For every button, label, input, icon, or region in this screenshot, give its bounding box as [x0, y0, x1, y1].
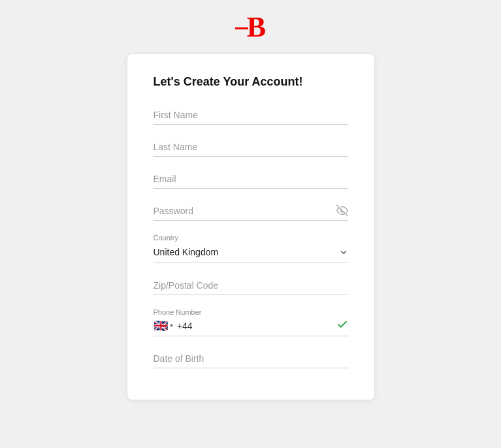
logo-container: B	[235, 13, 266, 42]
last-name-group	[154, 138, 348, 157]
country-group: Country United Kingdom United States Can…	[154, 234, 348, 263]
last-name-input[interactable]	[154, 138, 348, 157]
first-name-group	[154, 106, 348, 125]
signup-card: Let's Create Your Account! Country Unite…	[127, 54, 375, 400]
phone-separator: •	[170, 321, 173, 330]
phone-group: Phone Number 🇬🇧 • +44	[154, 308, 348, 336]
phone-flag: 🇬🇧	[154, 320, 168, 332]
brand-logo: B	[235, 13, 266, 42]
dob-group	[154, 349, 348, 368]
zip-input[interactable]	[154, 276, 348, 295]
dob-input[interactable]	[154, 349, 348, 368]
country-select[interactable]: United Kingdom United States Canada Aust…	[154, 244, 348, 259]
password-group	[154, 202, 348, 221]
zip-group	[154, 276, 348, 295]
email-group	[154, 170, 348, 189]
password-toggle-icon[interactable]	[336, 204, 348, 218]
page-title: Let's Create Your Account!	[154, 75, 348, 89]
phone-row: 🇬🇧 • +44	[154, 320, 348, 336]
country-label: Country	[154, 234, 348, 242]
logo-dash	[235, 27, 248, 29]
country-select-wrapper: United Kingdom United States Canada Aust…	[154, 244, 348, 263]
first-name-input[interactable]	[154, 106, 348, 125]
email-input[interactable]	[154, 170, 348, 189]
phone-label: Phone Number	[154, 308, 348, 316]
password-input[interactable]	[154, 202, 348, 221]
phone-valid-icon	[336, 319, 348, 334]
logo-letter: B	[247, 13, 266, 42]
phone-code: +44	[177, 321, 193, 331]
phone-input[interactable]	[197, 321, 347, 331]
